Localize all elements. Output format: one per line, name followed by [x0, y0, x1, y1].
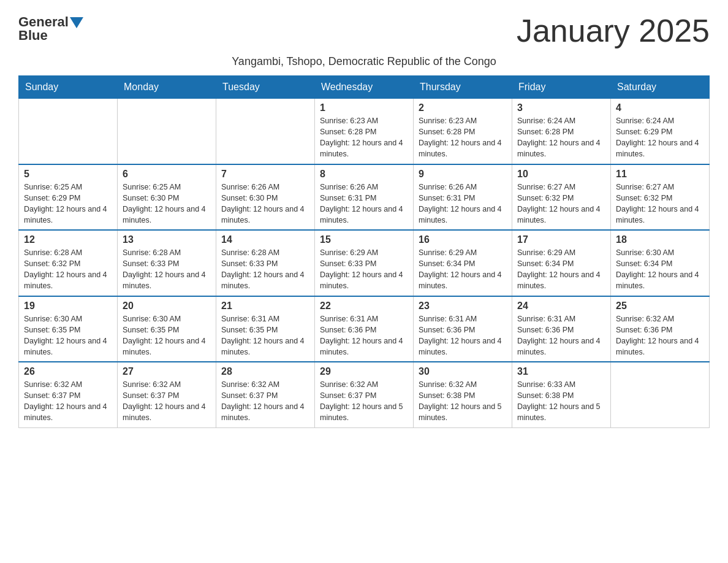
day-number: 9 [419, 169, 507, 180]
day-number: 11 [616, 169, 704, 180]
table-row: 10Sunrise: 6:27 AMSunset: 6:32 PMDayligh… [512, 164, 611, 231]
table-row: 5Sunrise: 6:25 AMSunset: 6:29 PMDaylight… [19, 164, 118, 231]
day-number: 12 [24, 234, 112, 245]
day-info: Sunrise: 6:25 AMSunset: 6:29 PMDaylight:… [24, 182, 112, 226]
header-wednesday: Wednesday [315, 76, 414, 98]
calendar-table: Sunday Monday Tuesday Wednesday Thursday… [18, 75, 710, 428]
day-info: Sunrise: 6:25 AMSunset: 6:30 PMDaylight:… [123, 182, 211, 226]
table-row: 1Sunrise: 6:23 AMSunset: 6:28 PMDaylight… [315, 98, 414, 164]
day-number: 21 [221, 301, 309, 312]
day-info: Sunrise: 6:31 AMSunset: 6:36 PMDaylight:… [517, 313, 605, 358]
page-header: General Blue January 2025 [18, 12, 710, 49]
day-info: Sunrise: 6:30 AMSunset: 6:35 PMDaylight:… [24, 313, 112, 358]
day-number: 13 [123, 234, 211, 245]
day-number: 6 [123, 169, 211, 180]
day-info: Sunrise: 6:32 AMSunset: 6:37 PMDaylight:… [123, 379, 211, 424]
day-info: Sunrise: 6:23 AMSunset: 6:28 PMDaylight:… [419, 115, 507, 160]
table-row: 6Sunrise: 6:25 AMSunset: 6:30 PMDaylight… [118, 164, 216, 231]
day-number: 25 [616, 301, 704, 312]
day-info: Sunrise: 6:28 AMSunset: 6:33 PMDaylight:… [221, 247, 309, 292]
logo-blue: Blue [18, 28, 48, 43]
calendar-subtitle: Yangambi, Tshopo, Democratic Republic of… [18, 55, 710, 68]
day-number: 10 [517, 169, 605, 180]
table-row: 29Sunrise: 6:32 AMSunset: 6:37 PMDayligh… [315, 362, 414, 427]
table-row: 25Sunrise: 6:32 AMSunset: 6:36 PMDayligh… [611, 296, 710, 362]
calendar-week-row: 26Sunrise: 6:32 AMSunset: 6:37 PMDayligh… [19, 362, 710, 427]
table-row: 13Sunrise: 6:28 AMSunset: 6:33 PMDayligh… [118, 230, 216, 296]
day-number: 8 [320, 169, 408, 180]
header-monday: Monday [118, 76, 216, 98]
day-number: 7 [221, 169, 309, 180]
calendar-week-row: 12Sunrise: 6:28 AMSunset: 6:32 PMDayligh… [19, 230, 710, 296]
table-row: 9Sunrise: 6:26 AMSunset: 6:31 PMDaylight… [414, 164, 512, 231]
day-info: Sunrise: 6:32 AMSunset: 6:37 PMDaylight:… [320, 379, 408, 424]
day-info: Sunrise: 6:31 AMSunset: 6:36 PMDaylight:… [320, 313, 408, 358]
table-row: 11Sunrise: 6:27 AMSunset: 6:32 PMDayligh… [611, 164, 710, 231]
day-number: 28 [221, 366, 309, 377]
day-number: 22 [320, 301, 408, 312]
table-row [216, 98, 315, 164]
table-row: 17Sunrise: 6:29 AMSunset: 6:34 PMDayligh… [512, 230, 611, 296]
day-info: Sunrise: 6:28 AMSunset: 6:32 PMDaylight:… [24, 247, 112, 292]
day-info: Sunrise: 6:24 AMSunset: 6:28 PMDaylight:… [517, 115, 605, 160]
table-row [118, 98, 216, 164]
logo: General Blue [18, 12, 83, 42]
svg-marker-0 [70, 17, 83, 28]
table-row: 24Sunrise: 6:31 AMSunset: 6:36 PMDayligh… [512, 296, 611, 362]
table-row [19, 98, 118, 164]
table-row: 15Sunrise: 6:29 AMSunset: 6:33 PMDayligh… [315, 230, 414, 296]
header-saturday: Saturday [611, 76, 710, 98]
day-info: Sunrise: 6:24 AMSunset: 6:29 PMDaylight:… [616, 115, 704, 160]
day-number: 16 [419, 234, 507, 245]
calendar-week-row: 1Sunrise: 6:23 AMSunset: 6:28 PMDaylight… [19, 98, 710, 164]
table-row: 23Sunrise: 6:31 AMSunset: 6:36 PMDayligh… [414, 296, 512, 362]
table-row: 7Sunrise: 6:26 AMSunset: 6:30 PMDaylight… [216, 164, 315, 231]
day-number: 17 [517, 234, 605, 245]
day-info: Sunrise: 6:31 AMSunset: 6:36 PMDaylight:… [419, 313, 507, 358]
day-number: 1 [320, 102, 408, 113]
day-number: 23 [419, 301, 507, 312]
day-number: 24 [517, 301, 605, 312]
table-row: 16Sunrise: 6:29 AMSunset: 6:34 PMDayligh… [414, 230, 512, 296]
day-number: 18 [616, 234, 704, 245]
table-row: 4Sunrise: 6:24 AMSunset: 6:29 PMDaylight… [611, 98, 710, 164]
day-number: 15 [320, 234, 408, 245]
day-number: 27 [123, 366, 211, 377]
day-number: 30 [419, 366, 507, 377]
table-row: 26Sunrise: 6:32 AMSunset: 6:37 PMDayligh… [19, 362, 118, 427]
calendar-week-row: 19Sunrise: 6:30 AMSunset: 6:35 PMDayligh… [19, 296, 710, 362]
day-number: 26 [24, 366, 112, 377]
day-info: Sunrise: 6:27 AMSunset: 6:32 PMDaylight:… [517, 182, 605, 226]
day-number: 4 [616, 102, 704, 113]
day-info: Sunrise: 6:30 AMSunset: 6:34 PMDaylight:… [616, 247, 704, 292]
header-friday: Friday [512, 76, 611, 98]
table-row: 18Sunrise: 6:30 AMSunset: 6:34 PMDayligh… [611, 230, 710, 296]
day-info: Sunrise: 6:29 AMSunset: 6:34 PMDaylight:… [419, 247, 507, 292]
table-row: 31Sunrise: 6:33 AMSunset: 6:38 PMDayligh… [512, 362, 611, 427]
day-number: 29 [320, 366, 408, 377]
day-info: Sunrise: 6:26 AMSunset: 6:31 PMDaylight:… [320, 182, 408, 226]
month-title: January 2025 [517, 12, 710, 49]
day-info: Sunrise: 6:29 AMSunset: 6:33 PMDaylight:… [320, 247, 408, 292]
day-info: Sunrise: 6:32 AMSunset: 6:38 PMDaylight:… [419, 379, 507, 424]
table-row: 28Sunrise: 6:32 AMSunset: 6:37 PMDayligh… [216, 362, 315, 427]
day-info: Sunrise: 6:26 AMSunset: 6:31 PMDaylight:… [419, 182, 507, 226]
day-info: Sunrise: 6:29 AMSunset: 6:34 PMDaylight:… [517, 247, 605, 292]
day-info: Sunrise: 6:26 AMSunset: 6:30 PMDaylight:… [221, 182, 309, 226]
table-row: 19Sunrise: 6:30 AMSunset: 6:35 PMDayligh… [19, 296, 118, 362]
logo-arrow-icon [70, 17, 83, 28]
table-row: 20Sunrise: 6:30 AMSunset: 6:35 PMDayligh… [118, 296, 216, 362]
day-info: Sunrise: 6:32 AMSunset: 6:37 PMDaylight:… [221, 379, 309, 424]
table-row: 30Sunrise: 6:32 AMSunset: 6:38 PMDayligh… [414, 362, 512, 427]
day-number: 31 [517, 366, 605, 377]
day-info: Sunrise: 6:23 AMSunset: 6:28 PMDaylight:… [320, 115, 408, 160]
day-info: Sunrise: 6:31 AMSunset: 6:35 PMDaylight:… [221, 313, 309, 358]
day-info: Sunrise: 6:27 AMSunset: 6:32 PMDaylight:… [616, 182, 704, 226]
day-number: 19 [24, 301, 112, 312]
logo-general: General [18, 15, 69, 29]
day-number: 20 [123, 301, 211, 312]
day-info: Sunrise: 6:33 AMSunset: 6:38 PMDaylight:… [517, 379, 605, 424]
table-row: 2Sunrise: 6:23 AMSunset: 6:28 PMDaylight… [414, 98, 512, 164]
header-sunday: Sunday [19, 76, 118, 98]
table-row: 22Sunrise: 6:31 AMSunset: 6:36 PMDayligh… [315, 296, 414, 362]
